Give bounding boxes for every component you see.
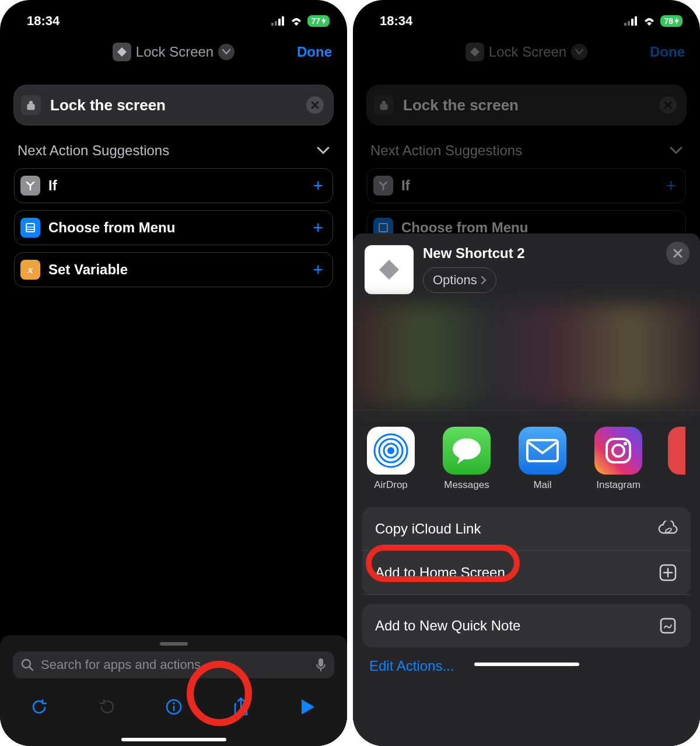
chevron-down-icon: [670, 147, 682, 155]
action-label: Add to New Quick Note: [375, 618, 520, 634]
menu-icon: [20, 218, 40, 238]
share-button[interactable]: [226, 692, 256, 721]
chevron-down-icon: [571, 44, 587, 60]
status-time: 18:34: [380, 13, 412, 29]
home-indicator[interactable]: [474, 663, 579, 666]
drag-handle[interactable]: [160, 642, 188, 646]
status-time: 18:34: [27, 13, 60, 29]
svg-point-18: [387, 447, 394, 454]
svg-line-8: [30, 667, 33, 670]
status-bar: 18:34 78: [353, 0, 700, 32]
chevron-down-icon[interactable]: [317, 147, 330, 155]
svg-rect-15: [631, 19, 634, 26]
nav-bar: Lock Screen Done: [0, 32, 347, 72]
redo-button[interactable]: [92, 692, 121, 721]
share-app-more[interactable]: [668, 427, 685, 491]
add-icon: +: [666, 176, 676, 196]
svg-rect-31: [661, 619, 675, 633]
battery-indicator: 78: [660, 15, 682, 27]
share-app-messages[interactable]: Messages: [440, 427, 493, 491]
share-app-airdrop[interactable]: AirDrop: [365, 427, 417, 491]
add-icon[interactable]: +: [313, 260, 323, 280]
chevron-down-icon: [218, 44, 235, 60]
mic-icon[interactable]: [316, 658, 326, 672]
svg-point-26: [624, 442, 627, 445]
edit-actions-button[interactable]: Edit Actions...: [353, 647, 700, 674]
svg-point-11: [173, 702, 175, 705]
svg-rect-4: [26, 224, 34, 232]
signal-icon: [271, 16, 285, 26]
svg-rect-2: [278, 19, 281, 26]
action-lock-screen[interactable]: Lock the screen: [14, 85, 333, 125]
clear-button: [659, 96, 677, 114]
app-label: AirDrop: [374, 479, 408, 491]
share-sheet: New Shortcut 2 Options AirDrop: [353, 233, 700, 746]
share-apps-row[interactable]: AirDrop Messages Mail Instagram: [353, 410, 700, 496]
done-button: Done: [650, 44, 685, 60]
status-bar: 18:34 77: [0, 0, 347, 32]
shortcuts-icon: [466, 43, 484, 61]
if-icon: [373, 176, 393, 196]
nav-title: Lock Screen: [489, 44, 566, 60]
battery-indicator: 77: [307, 15, 330, 27]
add-icon[interactable]: +: [313, 176, 323, 196]
contact-suggestions[interactable]: [353, 305, 700, 404]
svg-point-7: [22, 660, 30, 668]
bottom-panel: Search for apps and actions: [0, 635, 347, 746]
svg-rect-13: [624, 23, 626, 26]
suggestion-choose-from-menu[interactable]: Choose from Menu +: [14, 210, 333, 245]
clear-button[interactable]: [306, 96, 324, 114]
app-label: Messages: [444, 479, 489, 491]
info-button[interactable]: [159, 692, 188, 721]
shortcut-thumbnail: [365, 245, 414, 294]
share-app-mail[interactable]: Mail: [516, 427, 569, 491]
options-button[interactable]: Options: [423, 267, 496, 293]
suggestion-label: If: [401, 177, 657, 194]
shortcuts-icon: [113, 43, 131, 61]
svg-rect-23: [527, 440, 558, 461]
home-indicator[interactable]: [121, 738, 226, 741]
action-label: Add to Home Screen: [375, 564, 505, 581]
action-add-to-home-screen[interactable]: Add to Home Screen: [362, 551, 691, 595]
svg-rect-1: [275, 21, 277, 26]
share-app-instagram[interactable]: Instagram: [592, 427, 645, 491]
action-add-quick-note[interactable]: Add to New Quick Note: [362, 604, 691, 647]
add-icon[interactable]: +: [313, 218, 323, 238]
sheet-title: New Shortcut 2: [423, 245, 688, 262]
share-actions-list-2: Add to New Quick Note: [362, 604, 691, 647]
suggestions-heading: Next Action Suggestions: [18, 142, 169, 159]
suggestion-label: Set Variable: [48, 262, 304, 278]
svg-point-22: [453, 438, 481, 459]
search-placeholder: Search for apps and actions: [41, 657, 309, 672]
nav-title-dropdown[interactable]: Lock Screen: [113, 43, 235, 61]
action-label: Copy iCloud Link: [375, 521, 481, 537]
undo-button[interactable]: [25, 692, 54, 721]
search-input[interactable]: Search for apps and actions: [13, 651, 334, 678]
chevron-right-icon: [481, 276, 487, 285]
done-button[interactable]: Done: [297, 44, 332, 60]
nav-bar: Lock Screen Done: [353, 32, 700, 72]
svg-rect-14: [628, 21, 630, 26]
suggestions-heading: Next Action Suggestions: [370, 142, 522, 159]
search-icon: [21, 658, 34, 671]
if-icon: [20, 176, 40, 196]
lock-icon: [21, 95, 41, 115]
quicknote-icon: [658, 616, 678, 636]
action-copy-icloud-link[interactable]: Copy iCloud Link: [362, 507, 691, 551]
variable-icon: x: [20, 260, 40, 280]
close-button[interactable]: [666, 242, 690, 265]
suggestion-label: If: [48, 177, 304, 194]
action-title: Lock the screen: [50, 96, 297, 114]
play-button[interactable]: [293, 692, 323, 721]
svg-point-25: [612, 445, 624, 456]
wifi-icon: [290, 16, 303, 26]
close-icon: [673, 248, 683, 259]
action-title: Lock the screen: [403, 96, 650, 114]
app-label: Instagram: [596, 479, 640, 491]
svg-rect-9: [318, 658, 323, 667]
suggestion-label: Choose from Menu: [48, 219, 304, 236]
suggestion-if: If +: [367, 168, 686, 203]
signal-icon: [624, 16, 638, 26]
suggestion-if[interactable]: If +: [14, 168, 333, 203]
suggestion-set-variable[interactable]: x Set Variable +: [14, 252, 333, 287]
